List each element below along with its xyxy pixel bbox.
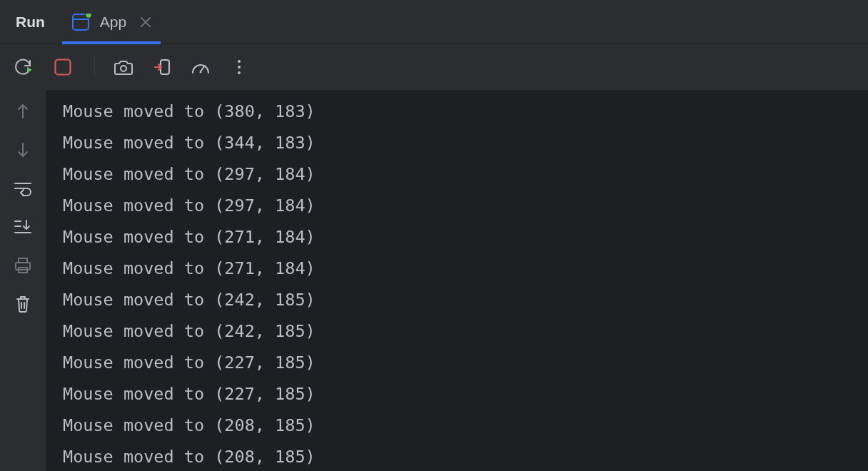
print-button[interactable] [11, 254, 34, 277]
tab-app[interactable]: App [62, 0, 161, 44]
console-line: Mouse moved to (297, 184) [63, 190, 868, 221]
console-line: Mouse moved to (344, 183) [63, 127, 868, 158]
run-tab-bar: Run App [0, 0, 868, 44]
run-panel-title: Run [0, 14, 62, 31]
console-line: Mouse moved to (208, 185) [63, 410, 868, 441]
svg-line-6 [201, 66, 205, 71]
console-line: Mouse moved to (271, 184) [63, 253, 868, 284]
active-tab-indicator [62, 41, 161, 44]
console-line: Mouse moved to (297, 184) [63, 158, 868, 190]
svg-point-7 [200, 71, 202, 74]
svg-point-2 [85, 14, 91, 19]
stop-button[interactable] [51, 56, 74, 78]
svg-point-9 [238, 66, 241, 69]
scroll-down-button[interactable] [11, 138, 34, 161]
clear-all-button[interactable] [11, 293, 34, 315]
more-options-button[interactable] [228, 56, 251, 78]
svg-rect-3 [56, 60, 71, 75]
attach-debugger-button[interactable] [151, 56, 173, 78]
console-line: Mouse moved to (208, 185) [63, 441, 868, 471]
console-gutter [0, 90, 46, 471]
rerun-button[interactable] [13, 56, 36, 78]
tab-label: App [100, 14, 126, 31]
svg-point-10 [238, 71, 241, 74]
screenshot-button[interactable] [112, 56, 135, 78]
svg-point-4 [121, 66, 126, 71]
console-output[interactable]: Mouse moved to (380, 183)Mouse moved to … [46, 90, 868, 471]
app-window-icon [72, 14, 91, 31]
console-line: Mouse moved to (380, 183) [63, 96, 868, 127]
console-line: Mouse moved to (242, 185) [63, 284, 868, 315]
console-line: Mouse moved to (227, 185) [63, 378, 868, 410]
profiler-button[interactable] [189, 56, 212, 78]
scroll-up-button[interactable] [11, 100, 34, 123]
run-toolbar [0, 44, 868, 90]
console-line: Mouse moved to (242, 185) [63, 315, 868, 347]
close-tab-button[interactable] [141, 17, 151, 27]
run-main-area: Mouse moved to (380, 183)Mouse moved to … [0, 90, 868, 471]
svg-point-8 [238, 60, 241, 63]
toolbar-separator [94, 57, 95, 77]
console-line: Mouse moved to (227, 185) [63, 347, 868, 378]
scroll-to-end-button[interactable] [11, 216, 34, 238]
soft-wrap-button[interactable] [11, 177, 34, 200]
console-line: Mouse moved to (271, 184) [63, 221, 868, 253]
